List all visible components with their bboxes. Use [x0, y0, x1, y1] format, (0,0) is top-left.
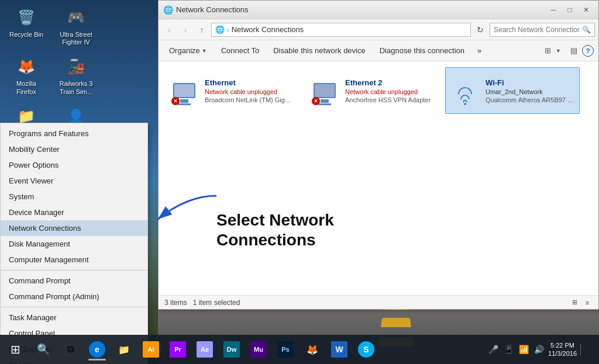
window-title: Network Connections: [176, 5, 546, 14]
desktop-icon-firefox[interactable]: 🦊 Mozilla Firefox: [6, 55, 47, 95]
view-buttons: ⊞ ▼ ▤ ?: [541, 44, 594, 58]
menu-item-disk-management[interactable]: Disk Management: [1, 236, 147, 252]
close-button[interactable]: ✕: [579, 4, 594, 16]
search-icon: 🔍: [582, 26, 591, 34]
refresh-button[interactable]: ↻: [473, 23, 487, 37]
menu-item-command-prompt-admin[interactable]: Command Prompt (Admin): [1, 289, 147, 304]
titlebar-buttons: ─ □ ✕: [546, 4, 594, 16]
more-button[interactable]: »: [473, 44, 486, 57]
address-field[interactable]: 🌐 › Network Connections: [211, 23, 471, 37]
menu-item-programs-features[interactable]: Programs and Features: [1, 126, 147, 141]
view-help-button[interactable]: ?: [582, 45, 594, 57]
menu-item-computer-management[interactable]: Computer Management: [1, 252, 147, 268]
wifi-arc-large: [458, 87, 472, 94]
search-input[interactable]: [494, 26, 580, 34]
view-pane-button[interactable]: ▤: [567, 44, 581, 58]
ethernet2-info: Ethernet 2 Network cable unplugged Ancho…: [345, 78, 434, 103]
up-button[interactable]: ↑: [195, 23, 209, 37]
tray-wifi-icon[interactable]: 📶: [518, 344, 529, 355]
taskbar-aftereffects[interactable]: Ae: [192, 337, 218, 362]
start-button[interactable]: ⊞: [2, 337, 28, 362]
menu-item-network-connections[interactable]: Network Connections: [1, 220, 147, 236]
back-button[interactable]: ‹: [162, 23, 176, 37]
show-desktop-button[interactable]: [580, 344, 592, 355]
taskbar-photoshop[interactable]: Ps: [273, 337, 298, 362]
tray-phone-icon[interactable]: 📱: [502, 344, 514, 355]
skype-icon: S: [358, 341, 374, 358]
diagnose-label: Diagnose this connection: [380, 46, 464, 55]
muse-icon: Mu: [250, 341, 267, 358]
adapter-ethernet2[interactable]: ✕ Ethernet 2 Network cable unplugged Anc…: [305, 67, 439, 114]
desktop-icon-game[interactable]: 🎮 Ultra Street Fighter IV: [56, 6, 97, 46]
menu-item-event-viewer[interactable]: Event Viewer: [1, 173, 147, 189]
wifi-arc-medium: [460, 95, 470, 99]
wifi-bars: [456, 86, 474, 105]
disable-button[interactable]: Disable this network device: [267, 44, 371, 57]
network-connections-window: 🌐 Network Connections ─ □ ✕ ‹ › ↑ 🌐 › Ne…: [158, 0, 599, 310]
menu-item-task-manager[interactable]: Task Manager: [1, 310, 147, 325]
monitor-shape: [173, 83, 195, 98]
taskbar-word[interactable]: W: [326, 337, 352, 362]
annotation-text: Select Network Connections: [216, 210, 334, 249]
taskbar-search[interactable]: 🔍: [30, 337, 56, 362]
base-shape-2: [318, 103, 331, 105]
menu-separator-1: [1, 270, 147, 271]
ethernet1-driver: Broadcom NetLink (TM) Gigabit E...: [205, 96, 294, 103]
desktop-icon-recycle-bin[interactable]: 🗑️ Recycle Bin: [6, 6, 47, 46]
desktop-icon-railworks[interactable]: 🚂 Railworks 3 Train Sim...: [56, 55, 97, 95]
tray-mic-icon[interactable]: 🎤: [487, 344, 499, 355]
word-icon: W: [331, 341, 347, 358]
view-details-button[interactable]: ⊞: [541, 44, 555, 58]
taskbar-dreamweaver[interactable]: Dw: [219, 337, 245, 362]
task-view-icon: ⧉: [62, 341, 78, 358]
adapter-wifi[interactable]: Wi-Fi Umar_2nd_Network Qualcomm Atheros …: [445, 67, 580, 114]
organize-button[interactable]: Organize ▼: [163, 44, 213, 57]
taskbar-premiere[interactable]: Pr: [165, 337, 191, 362]
premiere-icon: Pr: [170, 341, 186, 358]
menu-item-command-prompt[interactable]: Command Prompt: [1, 273, 147, 289]
railworks-label: Railworks 3 Train Sim...: [56, 80, 97, 95]
taskbar-firefox[interactable]: 🦊: [300, 337, 325, 362]
minimize-button[interactable]: ─: [546, 4, 561, 16]
ethernet2-icon: ✕: [310, 76, 339, 105]
time-display: 5:22 PM: [550, 341, 574, 349]
annotation-line1: Select Network: [216, 210, 334, 230]
tray-volume-icon[interactable]: 🔊: [533, 344, 545, 355]
taskbar-explorer[interactable]: 📁: [111, 337, 137, 362]
view-chevron-icon: ▼: [556, 48, 561, 54]
firefox-label: Mozilla Firefox: [6, 80, 47, 95]
window-icon: 🌐: [163, 5, 173, 15]
date-display: 11/3/2016: [548, 349, 577, 358]
adapter-ethernet1[interactable]: ✕ Ethernet Network cable unplugged Broad…: [164, 67, 299, 114]
search-box[interactable]: 🔍: [490, 23, 595, 37]
diagnose-button[interactable]: Diagnose this connection: [374, 44, 470, 57]
ethernet2-driver: Anchorfree HSS VPN Adapter: [345, 96, 434, 103]
address-chevron-icon: ›: [227, 26, 229, 33]
firefox-taskbar-icon: 🦊: [304, 341, 321, 358]
menu-item-system[interactable]: System: [1, 189, 147, 204]
ethernet2-name: Ethernet 2: [345, 78, 434, 87]
taskbar-skype[interactable]: S: [353, 337, 379, 362]
taskbar-task-view[interactable]: ⧉: [57, 337, 83, 362]
time-block: 5:22 PM 11/3/2016: [548, 341, 577, 358]
game-label: Ultra Street Fighter IV: [56, 31, 97, 46]
toolbar: Organize ▼ Connect To Disable this netwo…: [159, 40, 598, 61]
base-shape: [178, 103, 191, 105]
maximize-button[interactable]: □: [562, 4, 577, 16]
error-icon: ✕: [171, 97, 180, 105]
recycle-bin-icon: 🗑️: [15, 6, 38, 29]
statusbar-large-icons-btn[interactable]: ⊞: [569, 298, 580, 307]
menu-item-device-manager[interactable]: Device Manager: [1, 204, 147, 220]
taskbar-edge[interactable]: e: [84, 337, 110, 362]
address-icon: 🌐: [215, 25, 225, 34]
game-icon: 🎮: [64, 6, 88, 29]
taskbar-illustrator[interactable]: Ai: [138, 337, 164, 362]
statusbar-details-btn[interactable]: ≡: [582, 298, 593, 307]
connect-to-button[interactable]: Connect To: [215, 44, 266, 57]
forward-button[interactable]: ›: [178, 23, 192, 37]
menu-item-mobility-center[interactable]: Mobility Center: [1, 141, 147, 157]
ethernet1-status: Network cable unplugged: [205, 88, 294, 95]
taskbar-muse[interactable]: Mu: [246, 337, 271, 362]
dreamweaver-icon: Dw: [223, 341, 240, 358]
menu-item-power-options[interactable]: Power Options: [1, 157, 147, 173]
